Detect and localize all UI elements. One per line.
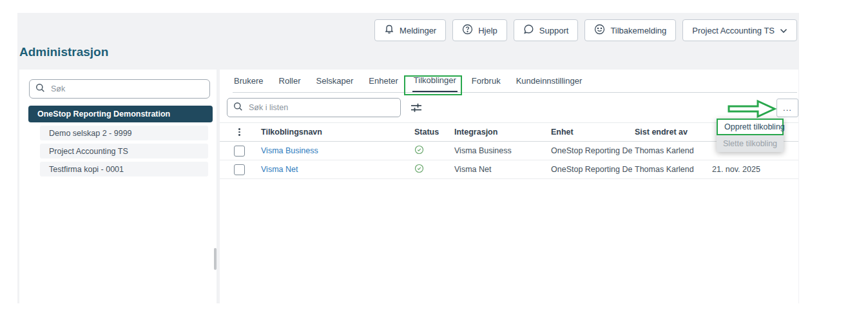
sidebar-search-input[interactable] <box>50 84 204 94</box>
company-label: Project Accounting TS <box>49 147 128 156</box>
table-row: Visma Business Visma Business OneStop Re… <box>220 142 798 160</box>
sidebar-item-selected-tenant[interactable]: OneStop Reporting Demonstration <box>28 106 213 122</box>
help-label: Hjelp <box>478 26 497 35</box>
modified-date-cell: 21. nov. 2025 <box>709 165 798 174</box>
tab-forbruk[interactable]: Forbruk <box>470 70 502 92</box>
sidebar-item-company[interactable]: Project Accounting TS <box>40 144 208 158</box>
account-selector[interactable]: Project Accounting TS <box>682 19 797 41</box>
notifications-label: Meldinger <box>400 26 436 35</box>
support-icon <box>523 24 534 37</box>
tab-enheter[interactable]: Enheter <box>367 70 400 92</box>
status-ok-icon <box>414 148 424 157</box>
column-header-sist-endret-av[interactable]: Sist endret av <box>632 128 709 137</box>
more-actions-button[interactable]: ... <box>776 99 798 117</box>
menu-item-slette-tilkobling: Slette tilkobling <box>717 135 784 152</box>
feedback-button[interactable]: Tilbakemelding <box>584 19 676 41</box>
search-icon <box>35 83 45 95</box>
tab-kundeinnstillinger[interactable]: Kundeinnstillinger <box>515 70 584 92</box>
row-checkbox[interactable] <box>234 146 245 157</box>
selected-tenant-label: OneStop Reporting Demonstration <box>37 110 170 119</box>
help-button[interactable]: Hjelp <box>452 19 507 41</box>
admin-tabs: Brukere Roller Selskaper Enheter Tilkobl… <box>233 70 797 93</box>
status-ok-icon <box>414 166 424 175</box>
column-header-integrasjon[interactable]: Integrasjon <box>452 128 548 137</box>
list-search[interactable] <box>227 98 401 117</box>
entity-cell: OneStop Reporting Demons <box>548 146 632 155</box>
sidebar-item-company[interactable]: Demo selskap 2 - 9999 <box>40 126 208 140</box>
table-row: Visma Net Visma Net OneStop Reporting De… <box>220 160 798 179</box>
account-selector-label: Project Accounting TS <box>692 26 775 35</box>
column-header-tilkoblingsnavn[interactable]: Tilkoblingsnavn <box>258 128 412 137</box>
connections-table: Tilkoblingsnavn Status Integrasjon Enhet… <box>220 122 798 179</box>
chevron-down-icon <box>780 26 787 35</box>
notifications-button[interactable]: Meldinger <box>374 19 446 41</box>
integration-cell: Visma Net <box>452 165 548 174</box>
more-actions-menu: Opprett tilkobling Slette tilkobling <box>717 119 784 152</box>
admin-page-container: Meldinger Hjelp Support <box>17 13 799 303</box>
column-header-enhet[interactable]: Enhet <box>548 128 632 137</box>
bell-icon <box>384 24 394 37</box>
topbar: Meldinger Hjelp Support <box>374 19 797 41</box>
feedback-label: Tilbakemelding <box>610 26 666 35</box>
connection-name-link[interactable]: Visma Business <box>261 146 318 155</box>
company-label: Demo selskap 2 - 9999 <box>49 129 132 138</box>
sidebar-scrollbar[interactable] <box>214 248 217 270</box>
tenant-sidebar: OneStop Reporting Demonstration Demo sel… <box>19 70 217 303</box>
smiley-icon <box>594 24 605 37</box>
sidebar-search[interactable] <box>29 79 210 99</box>
integration-cell: Visma Business <box>452 146 548 155</box>
search-icon <box>233 102 243 114</box>
list-search-input[interactable] <box>247 102 394 113</box>
modified-by-cell: Thomas Karlend <box>632 146 709 155</box>
tab-selskaper[interactable]: Selskaper <box>315 70 355 92</box>
row-checkbox[interactable] <box>234 164 245 175</box>
table-header-row: Tilkoblingsnavn Status Integrasjon Enhet… <box>220 122 798 142</box>
column-header-status[interactable]: Status <box>412 128 452 137</box>
filter-sliders-icon[interactable] <box>409 100 423 115</box>
entity-cell: OneStop Reporting Demons <box>548 165 632 174</box>
support-button[interactable]: Support <box>514 19 579 41</box>
help-icon <box>462 24 473 37</box>
company-label: Testfirma kopi - 0001 <box>49 165 124 174</box>
modified-by-cell: Thomas Karlend <box>632 165 709 174</box>
page-title: Administrasjon <box>19 45 108 59</box>
sidebar-item-company[interactable]: Testfirma kopi - 0001 <box>40 162 208 176</box>
tab-roller[interactable]: Roller <box>278 70 302 92</box>
connection-name-link[interactable]: Visma Net <box>261 165 298 174</box>
menu-item-opprett-tilkobling[interactable]: Opprett tilkobling <box>717 119 784 135</box>
tab-tilkoblinger[interactable]: Tilkoblinger <box>412 70 458 92</box>
tab-brukere[interactable]: Brukere <box>233 70 265 92</box>
main-panel: Brukere Roller Selskaper Enheter Tilkobl… <box>220 70 798 303</box>
support-label: Support <box>539 26 569 35</box>
column-options-kebab-icon[interactable] <box>238 128 240 136</box>
